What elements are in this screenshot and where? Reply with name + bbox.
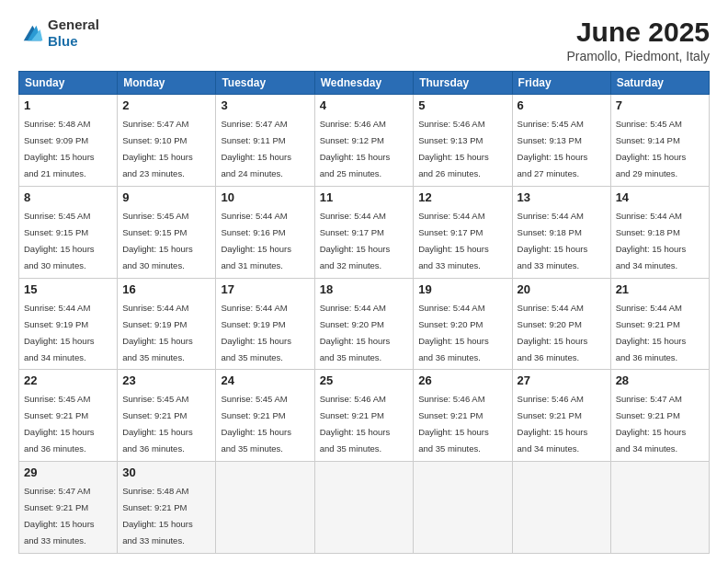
calendar-day-cell: 17 Sunrise: 5:44 AMSunset: 9:19 PMDaylig… bbox=[216, 278, 314, 370]
day-info: Sunrise: 5:44 AMSunset: 9:20 PMDaylight:… bbox=[418, 303, 489, 362]
day-number: 21 bbox=[616, 282, 704, 296]
calendar-day-cell: 8 Sunrise: 5:45 AMSunset: 9:15 PMDayligh… bbox=[19, 186, 118, 278]
day-number: 9 bbox=[122, 190, 210, 204]
day-number: 29 bbox=[24, 465, 112, 479]
day-info: Sunrise: 5:44 AMSunset: 9:21 PMDaylight:… bbox=[616, 303, 687, 362]
header-cell: Tuesday bbox=[216, 72, 314, 95]
day-info: Sunrise: 5:45 AMSunset: 9:14 PMDaylight:… bbox=[616, 119, 687, 178]
day-info: Sunrise: 5:44 AMSunset: 9:19 PMDaylight:… bbox=[221, 303, 291, 362]
calendar-day-cell: 7 Sunrise: 5:45 AMSunset: 9:14 PMDayligh… bbox=[610, 95, 709, 187]
calendar-day-cell bbox=[216, 462, 314, 554]
day-number: 11 bbox=[320, 190, 409, 204]
header-cell: Sunday bbox=[19, 72, 118, 95]
logo-blue: Blue bbox=[48, 33, 78, 49]
day-info: Sunrise: 5:44 AMSunset: 9:16 PMDaylight:… bbox=[221, 211, 291, 270]
logo: General Blue bbox=[18, 17, 99, 50]
day-number: 8 bbox=[24, 190, 112, 204]
calendar-day-cell bbox=[414, 462, 512, 554]
calendar-day-cell: 3 Sunrise: 5:47 AMSunset: 9:11 PMDayligh… bbox=[216, 95, 314, 187]
day-info: Sunrise: 5:44 AMSunset: 9:18 PMDaylight:… bbox=[616, 211, 687, 270]
header-row: General Blue June 2025 Pramollo, Piedmon… bbox=[18, 17, 710, 63]
calendar-day-cell: 2 Sunrise: 5:47 AMSunset: 9:10 PMDayligh… bbox=[118, 95, 216, 187]
calendar-day-cell: 14 Sunrise: 5:44 AMSunset: 9:18 PMDaylig… bbox=[610, 186, 709, 278]
logo-general: General bbox=[48, 17, 99, 32]
day-info: Sunrise: 5:46 AMSunset: 9:21 PMDaylight:… bbox=[518, 394, 588, 454]
day-number: 23 bbox=[122, 373, 210, 387]
day-info: Sunrise: 5:47 AMSunset: 9:11 PMDaylight:… bbox=[221, 119, 291, 178]
calendar-week-row: 15 Sunrise: 5:44 AMSunset: 9:19 PMDaylig… bbox=[19, 278, 710, 370]
day-info: Sunrise: 5:48 AMSunset: 9:09 PMDaylight:… bbox=[24, 119, 95, 178]
calendar-day-cell: 4 Sunrise: 5:46 AMSunset: 9:12 PMDayligh… bbox=[314, 95, 414, 187]
day-info: Sunrise: 5:44 AMSunset: 9:19 PMDaylight:… bbox=[122, 303, 193, 362]
day-number: 14 bbox=[616, 190, 704, 204]
day-number: 12 bbox=[418, 190, 506, 204]
day-number: 22 bbox=[24, 373, 112, 387]
calendar-day-cell bbox=[314, 462, 414, 554]
day-info: Sunrise: 5:45 AMSunset: 9:13 PMDaylight:… bbox=[518, 119, 588, 178]
day-info: Sunrise: 5:46 AMSunset: 9:21 PMDaylight:… bbox=[418, 394, 489, 454]
day-number: 28 bbox=[616, 373, 704, 387]
calendar-day-cell: 13 Sunrise: 5:44 AMSunset: 9:18 PMDaylig… bbox=[512, 186, 610, 278]
location-title: Pramollo, Piedmont, Italy bbox=[566, 49, 710, 63]
calendar-day-cell: 27 Sunrise: 5:46 AMSunset: 9:21 PMDaylig… bbox=[512, 370, 610, 462]
day-info: Sunrise: 5:44 AMSunset: 9:17 PMDaylight:… bbox=[320, 211, 391, 270]
calendar-body: 1 Sunrise: 5:48 AMSunset: 9:09 PMDayligh… bbox=[19, 95, 710, 554]
day-number: 5 bbox=[418, 98, 506, 112]
day-info: Sunrise: 5:46 AMSunset: 9:21 PMDaylight:… bbox=[320, 394, 391, 454]
calendar-day-cell: 5 Sunrise: 5:46 AMSunset: 9:13 PMDayligh… bbox=[414, 95, 512, 187]
calendar-day-cell: 28 Sunrise: 5:47 AMSunset: 9:21 PMDaylig… bbox=[610, 370, 709, 462]
calendar-week-row: 22 Sunrise: 5:45 AMSunset: 9:21 PMDaylig… bbox=[19, 370, 710, 462]
day-number: 20 bbox=[518, 282, 606, 296]
day-number: 10 bbox=[221, 190, 309, 204]
day-number: 4 bbox=[320, 98, 409, 112]
month-title: June 2025 bbox=[566, 17, 710, 47]
day-info: Sunrise: 5:47 AMSunset: 9:21 PMDaylight:… bbox=[616, 394, 687, 454]
day-info: Sunrise: 5:48 AMSunset: 9:21 PMDaylight:… bbox=[122, 486, 193, 546]
day-number: 26 bbox=[418, 373, 506, 387]
day-number: 24 bbox=[221, 373, 309, 387]
calendar-header-row: SundayMondayTuesdayWednesdayThursdayFrid… bbox=[19, 72, 710, 95]
day-info: Sunrise: 5:47 AMSunset: 9:10 PMDaylight:… bbox=[122, 119, 193, 178]
calendar-week-row: 29 Sunrise: 5:47 AMSunset: 9:21 PMDaylig… bbox=[19, 462, 710, 554]
calendar-day-cell: 1 Sunrise: 5:48 AMSunset: 9:09 PMDayligh… bbox=[19, 95, 118, 187]
calendar-day-cell: 11 Sunrise: 5:44 AMSunset: 9:17 PMDaylig… bbox=[314, 186, 414, 278]
calendar-day-cell: 15 Sunrise: 5:44 AMSunset: 9:19 PMDaylig… bbox=[19, 278, 118, 370]
calendar-day-cell: 18 Sunrise: 5:44 AMSunset: 9:20 PMDaylig… bbox=[314, 278, 414, 370]
calendar-day-cell: 9 Sunrise: 5:45 AMSunset: 9:15 PMDayligh… bbox=[118, 186, 216, 278]
day-info: Sunrise: 5:44 AMSunset: 9:20 PMDaylight:… bbox=[320, 303, 391, 362]
day-number: 15 bbox=[24, 282, 112, 296]
day-number: 13 bbox=[518, 190, 606, 204]
header-cell: Saturday bbox=[610, 72, 709, 95]
day-number: 30 bbox=[122, 465, 210, 479]
calendar-day-cell: 26 Sunrise: 5:46 AMSunset: 9:21 PMDaylig… bbox=[414, 370, 512, 462]
calendar-day-cell: 29 Sunrise: 5:47 AMSunset: 9:21 PMDaylig… bbox=[19, 462, 118, 554]
day-info: Sunrise: 5:46 AMSunset: 9:12 PMDaylight:… bbox=[320, 119, 391, 178]
day-info: Sunrise: 5:44 AMSunset: 9:20 PMDaylight:… bbox=[518, 303, 588, 362]
calendar-day-cell: 20 Sunrise: 5:44 AMSunset: 9:20 PMDaylig… bbox=[512, 278, 610, 370]
day-number: 3 bbox=[221, 98, 309, 112]
page: General Blue June 2025 Pramollo, Piedmon… bbox=[0, 0, 728, 563]
calendar-week-row: 1 Sunrise: 5:48 AMSunset: 9:09 PMDayligh… bbox=[19, 95, 710, 187]
day-number: 19 bbox=[418, 282, 506, 296]
day-info: Sunrise: 5:45 AMSunset: 9:21 PMDaylight:… bbox=[122, 394, 193, 454]
calendar-day-cell: 25 Sunrise: 5:46 AMSunset: 9:21 PMDaylig… bbox=[314, 370, 414, 462]
day-info: Sunrise: 5:47 AMSunset: 9:21 PMDaylight:… bbox=[24, 486, 95, 546]
header-cell: Friday bbox=[512, 72, 610, 95]
calendar-day-cell bbox=[610, 462, 709, 554]
day-number: 16 bbox=[122, 282, 210, 296]
header-cell: Wednesday bbox=[314, 72, 414, 95]
day-number: 2 bbox=[122, 98, 210, 112]
calendar-day-cell: 10 Sunrise: 5:44 AMSunset: 9:16 PMDaylig… bbox=[216, 186, 314, 278]
day-info: Sunrise: 5:45 AMSunset: 9:15 PMDaylight:… bbox=[24, 211, 95, 270]
header-cell: Monday bbox=[118, 72, 216, 95]
calendar-day-cell: 30 Sunrise: 5:48 AMSunset: 9:21 PMDaylig… bbox=[118, 462, 216, 554]
day-info: Sunrise: 5:44 AMSunset: 9:18 PMDaylight:… bbox=[518, 211, 588, 270]
calendar-day-cell: 22 Sunrise: 5:45 AMSunset: 9:21 PMDaylig… bbox=[19, 370, 118, 462]
day-number: 6 bbox=[518, 98, 606, 112]
day-info: Sunrise: 5:45 AMSunset: 9:15 PMDaylight:… bbox=[122, 211, 193, 270]
title-block: June 2025 Pramollo, Piedmont, Italy bbox=[566, 17, 710, 63]
day-info: Sunrise: 5:44 AMSunset: 9:19 PMDaylight:… bbox=[24, 303, 95, 362]
calendar: SundayMondayTuesdayWednesdayThursdayFrid… bbox=[18, 71, 710, 554]
day-number: 1 bbox=[24, 98, 112, 112]
day-number: 18 bbox=[320, 282, 409, 296]
